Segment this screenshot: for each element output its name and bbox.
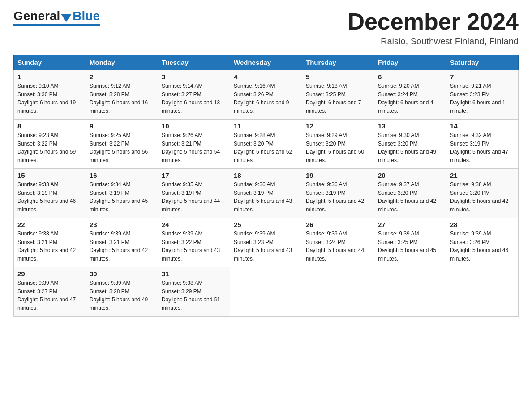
calendar-cell: 15 Sunrise: 9:33 AMSunset: 3:19 PMDaylig… xyxy=(14,169,86,218)
day-number: 24 xyxy=(162,221,226,228)
logo-general-text: General xyxy=(13,9,60,23)
day-number: 4 xyxy=(234,73,298,81)
calendar-cell xyxy=(374,267,446,317)
day-number: 27 xyxy=(378,221,442,228)
calendar-cell xyxy=(230,267,302,317)
day-info: Sunrise: 9:39 AMSunset: 3:23 PMDaylight:… xyxy=(234,230,298,263)
day-number: 16 xyxy=(90,171,154,179)
day-number: 28 xyxy=(450,221,515,228)
day-info: Sunrise: 9:30 AMSunset: 3:20 PMDaylight:… xyxy=(378,131,442,164)
weekday-header-friday: Friday xyxy=(374,55,446,70)
day-number: 3 xyxy=(162,73,226,81)
day-info: Sunrise: 9:20 AMSunset: 3:24 PMDaylight:… xyxy=(378,82,442,115)
calendar-cell: 10 Sunrise: 9:26 AMSunset: 3:21 PMDaylig… xyxy=(158,120,230,169)
day-number: 23 xyxy=(90,221,154,228)
calendar-cell: 13 Sunrise: 9:30 AMSunset: 3:20 PMDaylig… xyxy=(374,120,446,169)
calendar-cell: 4 Sunrise: 9:16 AMSunset: 3:26 PMDayligh… xyxy=(230,70,302,120)
day-number: 5 xyxy=(306,73,370,81)
day-info: Sunrise: 9:39 AMSunset: 3:21 PMDaylight:… xyxy=(90,230,154,263)
day-info: Sunrise: 9:12 AMSunset: 3:28 PMDaylight:… xyxy=(90,82,154,115)
day-number: 1 xyxy=(17,73,82,81)
day-info: Sunrise: 9:39 AMSunset: 3:24 PMDaylight:… xyxy=(306,230,370,263)
logo-blue-text: Blue xyxy=(73,9,100,23)
day-number: 26 xyxy=(306,221,370,228)
calendar-week-5: 29 Sunrise: 9:39 AMSunset: 3:27 PMDaylig… xyxy=(14,267,519,317)
calendar-cell: 23 Sunrise: 9:39 AMSunset: 3:21 PMDaylig… xyxy=(86,218,158,267)
day-info: Sunrise: 9:29 AMSunset: 3:20 PMDaylight:… xyxy=(306,131,370,164)
day-info: Sunrise: 9:23 AMSunset: 3:22 PMDaylight:… xyxy=(17,131,82,164)
day-info: Sunrise: 9:39 AMSunset: 3:26 PMDaylight:… xyxy=(450,230,515,263)
calendar-body: 1 Sunrise: 9:10 AMSunset: 3:30 PMDayligh… xyxy=(14,70,519,317)
day-info: Sunrise: 9:28 AMSunset: 3:20 PMDaylight:… xyxy=(234,131,298,164)
month-title: December 2024 xyxy=(348,9,519,34)
day-number: 18 xyxy=(234,171,298,179)
day-info: Sunrise: 9:39 AMSunset: 3:22 PMDaylight:… xyxy=(162,230,226,263)
day-number: 8 xyxy=(17,122,82,130)
calendar-cell: 24 Sunrise: 9:39 AMSunset: 3:22 PMDaylig… xyxy=(158,218,230,267)
day-info: Sunrise: 9:32 AMSunset: 3:19 PMDaylight:… xyxy=(450,131,515,164)
day-number: 30 xyxy=(90,270,154,278)
calendar-cell: 9 Sunrise: 9:25 AMSunset: 3:22 PMDayligh… xyxy=(86,120,158,169)
calendar-cell: 26 Sunrise: 9:39 AMSunset: 3:24 PMDaylig… xyxy=(302,218,374,267)
day-info: Sunrise: 9:26 AMSunset: 3:21 PMDaylight:… xyxy=(162,131,226,164)
calendar-week-2: 8 Sunrise: 9:23 AMSunset: 3:22 PMDayligh… xyxy=(14,120,519,169)
calendar-cell: 2 Sunrise: 9:12 AMSunset: 3:28 PMDayligh… xyxy=(86,70,158,120)
calendar-cell: 3 Sunrise: 9:14 AMSunset: 3:27 PMDayligh… xyxy=(158,70,230,120)
weekday-header-wednesday: Wednesday xyxy=(230,55,302,70)
day-info: Sunrise: 9:37 AMSunset: 3:20 PMDaylight:… xyxy=(378,180,442,214)
day-number: 11 xyxy=(234,122,298,130)
weekday-header-row: SundayMondayTuesdayWednesdayThursdayFrid… xyxy=(14,55,519,70)
calendar-week-1: 1 Sunrise: 9:10 AMSunset: 3:30 PMDayligh… xyxy=(14,70,519,120)
day-number: 22 xyxy=(17,221,82,228)
day-info: Sunrise: 9:33 AMSunset: 3:19 PMDaylight:… xyxy=(17,180,82,214)
logo-underline xyxy=(13,24,100,26)
calendar-cell: 22 Sunrise: 9:38 AMSunset: 3:21 PMDaylig… xyxy=(14,218,86,267)
day-info: Sunrise: 9:39 AMSunset: 3:27 PMDaylight:… xyxy=(17,279,82,312)
location-text: Raisio, Southwest Finland, Finland xyxy=(348,36,519,47)
calendar-cell: 20 Sunrise: 9:37 AMSunset: 3:20 PMDaylig… xyxy=(374,169,446,218)
calendar-cell: 5 Sunrise: 9:18 AMSunset: 3:25 PMDayligh… xyxy=(302,70,374,120)
calendar-cell: 7 Sunrise: 9:21 AMSunset: 3:23 PMDayligh… xyxy=(446,70,519,120)
day-number: 6 xyxy=(378,73,442,81)
day-info: Sunrise: 9:36 AMSunset: 3:19 PMDaylight:… xyxy=(234,180,298,214)
calendar-cell: 17 Sunrise: 9:35 AMSunset: 3:19 PMDaylig… xyxy=(158,169,230,218)
day-info: Sunrise: 9:25 AMSunset: 3:22 PMDaylight:… xyxy=(90,131,154,164)
weekday-header-thursday: Thursday xyxy=(302,55,374,70)
day-number: 31 xyxy=(162,270,226,278)
day-info: Sunrise: 9:34 AMSunset: 3:19 PMDaylight:… xyxy=(90,180,154,214)
weekday-header-saturday: Saturday xyxy=(446,55,519,70)
logo: General Blue xyxy=(13,9,100,26)
day-number: 14 xyxy=(450,122,515,130)
day-info: Sunrise: 9:36 AMSunset: 3:19 PMDaylight:… xyxy=(306,180,370,214)
weekday-header-tuesday: Tuesday xyxy=(158,55,230,70)
calendar-cell: 29 Sunrise: 9:39 AMSunset: 3:27 PMDaylig… xyxy=(14,267,86,317)
calendar-cell: 16 Sunrise: 9:34 AMSunset: 3:19 PMDaylig… xyxy=(86,169,158,218)
day-number: 20 xyxy=(378,171,442,179)
calendar-cell: 31 Sunrise: 9:38 AMSunset: 3:29 PMDaylig… xyxy=(158,267,230,317)
calendar-cell: 19 Sunrise: 9:36 AMSunset: 3:19 PMDaylig… xyxy=(302,169,374,218)
day-info: Sunrise: 9:38 AMSunset: 3:20 PMDaylight:… xyxy=(450,180,515,214)
day-number: 25 xyxy=(234,221,298,228)
calendar-cell: 18 Sunrise: 9:36 AMSunset: 3:19 PMDaylig… xyxy=(230,169,302,218)
day-number: 7 xyxy=(450,73,515,81)
day-info: Sunrise: 9:35 AMSunset: 3:19 PMDaylight:… xyxy=(162,180,226,214)
logo-arrow-icon xyxy=(61,14,72,22)
calendar-header: SundayMondayTuesdayWednesdayThursdayFrid… xyxy=(14,55,519,70)
day-info: Sunrise: 9:10 AMSunset: 3:30 PMDaylight:… xyxy=(17,82,82,115)
day-number: 10 xyxy=(162,122,226,130)
calendar-cell: 12 Sunrise: 9:29 AMSunset: 3:20 PMDaylig… xyxy=(302,120,374,169)
calendar-cell: 6 Sunrise: 9:20 AMSunset: 3:24 PMDayligh… xyxy=(374,70,446,120)
page-header: General Blue December 2024 Raisio, South… xyxy=(13,9,519,47)
calendar-cell: 30 Sunrise: 9:39 AMSunset: 3:28 PMDaylig… xyxy=(86,267,158,317)
day-number: 13 xyxy=(378,122,442,130)
day-number: 17 xyxy=(162,171,226,179)
day-info: Sunrise: 9:16 AMSunset: 3:26 PMDaylight:… xyxy=(234,82,298,115)
day-info: Sunrise: 9:14 AMSunset: 3:27 PMDaylight:… xyxy=(162,82,226,115)
calendar-cell: 8 Sunrise: 9:23 AMSunset: 3:22 PMDayligh… xyxy=(14,120,86,169)
calendar-cell: 28 Sunrise: 9:39 AMSunset: 3:26 PMDaylig… xyxy=(446,218,519,267)
day-number: 15 xyxy=(17,171,82,179)
day-number: 29 xyxy=(17,270,82,278)
day-number: 9 xyxy=(90,122,154,130)
day-info: Sunrise: 9:21 AMSunset: 3:23 PMDaylight:… xyxy=(450,82,515,115)
day-number: 12 xyxy=(306,122,370,130)
